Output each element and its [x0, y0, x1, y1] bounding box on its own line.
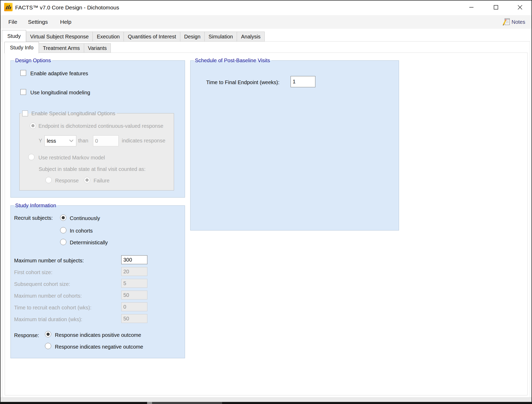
- study-information-title: Study Information: [14, 202, 57, 209]
- minimize-button[interactable]: [459, 0, 483, 15]
- special-longitudinal-header: Enable Special Longitudinal Options: [21, 110, 117, 117]
- schedule-group: Schedule of Post-Baseline Visits Time to…: [190, 60, 399, 230]
- time-recruit-cohort-input: [121, 302, 147, 311]
- sub-tab-strip: Study Info Treatment Arms Variants: [5, 42, 111, 53]
- endpoint-dichotomized-label: Endpoint is dichotomized continuous-valu…: [38, 123, 163, 129]
- notes-label: Notes: [512, 19, 525, 25]
- subtab-variants[interactable]: Variants: [84, 43, 111, 53]
- response-positive-radio[interactable]: [45, 331, 51, 337]
- time-recruit-cohort-label: Time to recruit each cohort (wks):: [14, 305, 91, 311]
- response-positive-label: Response indicates positive outcome: [55, 332, 141, 338]
- tab-study[interactable]: Study: [2, 30, 26, 42]
- recruit-continuously-radio[interactable]: [60, 215, 66, 221]
- subsequent-cohort-size-label: Subsequent cohort size:: [14, 281, 70, 287]
- y-label: Y: [39, 138, 42, 144]
- use-longitudinal-label: Use longitudinal modeling: [30, 90, 90, 96]
- tab-quantities-of-interest[interactable]: Quantities of Interest: [124, 32, 180, 42]
- recruit-subjects-label: Recruit subjects:: [14, 215, 53, 221]
- menu-settings[interactable]: Settings: [28, 15, 48, 29]
- comparator-value: less: [47, 138, 56, 144]
- subtab-treatment-arms[interactable]: Treatment Arms: [39, 43, 84, 53]
- enable-adaptive-checkbox[interactable]: [20, 70, 26, 76]
- first-cohort-size-label: First cohort size:: [14, 269, 53, 275]
- schedule-title: Schedule of Post-Baseline Visits: [194, 57, 271, 64]
- taskbar-strip: [0, 402, 532, 404]
- taskbar-segment: [147, 402, 152, 404]
- stable-state-label: Subject in stable state at final visit c…: [39, 166, 146, 172]
- response-negative-label: Response indicates negative outcome: [55, 344, 143, 350]
- main-tab-strip: Study Virtual Subject Response Execution…: [2, 30, 265, 42]
- comparator-dropdown: less: [44, 135, 76, 146]
- subtab-study-info[interactable]: Study Info: [4, 42, 39, 53]
- tab-analysis[interactable]: Analysis: [237, 32, 264, 42]
- recruit-in-cohorts-label: In cohorts: [70, 228, 93, 234]
- stable-failure-label: Failure: [94, 178, 109, 184]
- special-longitudinal-title: Enable Special Longitudinal Options: [31, 111, 115, 117]
- response-negative-radio[interactable]: [45, 343, 51, 349]
- max-subjects-label: Maximum number of subjects:: [14, 258, 84, 264]
- minimize-icon: [469, 5, 474, 10]
- menubar: File Settings Help Notes: [1, 15, 531, 29]
- threshold-input: [93, 135, 119, 146]
- restricted-markov-label: Use restricted Markov model: [38, 155, 105, 161]
- app-icon: [4, 3, 13, 11]
- chevron-down-icon: [69, 140, 73, 142]
- menu-file[interactable]: File: [8, 15, 17, 29]
- than-label: than: [78, 138, 88, 144]
- restricted-markov-radio: [28, 154, 34, 160]
- tab-design[interactable]: Design: [180, 32, 205, 42]
- use-longitudinal-checkbox[interactable]: [20, 89, 26, 95]
- window-bottom-edge: [0, 397, 532, 402]
- time-to-final-endpoint-input[interactable]: [291, 76, 315, 87]
- stable-response-radio: [45, 177, 52, 183]
- design-options-group: Design Options Enable adaptive features …: [10, 60, 185, 198]
- recruit-deterministically-label: Deterministically: [70, 240, 108, 246]
- window-title: FACTS™ v7.0 Core Design - Dichotomous: [15, 0, 119, 15]
- max-cohorts-input: [121, 291, 147, 299]
- close-icon: [517, 4, 523, 10]
- notes-icon: [502, 18, 510, 26]
- special-longitudinal-group: Enable Special Longitudinal Options Endp…: [19, 113, 174, 191]
- endpoint-dichotomized-radio: [30, 123, 36, 129]
- recruit-in-cohorts-radio[interactable]: [60, 227, 66, 233]
- recruit-deterministically-radio[interactable]: [60, 239, 66, 245]
- response-label: Response:: [14, 332, 39, 338]
- indicates-response-label: indicates response: [122, 138, 165, 144]
- max-cohorts-label: Maximum number of cohorts:: [14, 293, 82, 299]
- stable-response-label: Response: [55, 178, 79, 184]
- time-to-final-endpoint-label: Time to Final Endpoint (weeks):: [206, 79, 279, 85]
- first-cohort-size-input: [121, 267, 147, 276]
- recruit-continuously-label: Continuously: [70, 215, 100, 221]
- study-information-group: Study Information Recruit subjects: Cont…: [10, 205, 185, 358]
- maximize-icon: [493, 5, 499, 10]
- enable-special-longitudinal-checkbox: [22, 111, 28, 116]
- enable-adaptive-label: Enable adaptive features: [30, 71, 88, 77]
- max-subjects-input[interactable]: [121, 255, 147, 264]
- tab-virtual-subject-response[interactable]: Virtual Subject Response: [26, 32, 93, 42]
- close-button[interactable]: [508, 0, 532, 15]
- design-options-title: Design Options: [14, 57, 52, 64]
- menu-help[interactable]: Help: [60, 15, 71, 29]
- tab-execution[interactable]: Execution: [92, 32, 124, 42]
- max-trial-duration-label: Maximum trial duration (wks):: [14, 316, 82, 322]
- max-trial-duration-input: [121, 314, 147, 323]
- titlebar: FACTS™ v7.0 Core Design - Dichotomous: [0, 0, 532, 15]
- subsequent-cohort-size-input: [121, 279, 147, 288]
- stable-failure-radio: [84, 177, 90, 183]
- tab-simulation[interactable]: Simulation: [204, 32, 237, 42]
- notes-button[interactable]: Notes: [502, 15, 525, 29]
- maximize-button[interactable]: [484, 0, 508, 15]
- taskbar-segment: [152, 402, 222, 404]
